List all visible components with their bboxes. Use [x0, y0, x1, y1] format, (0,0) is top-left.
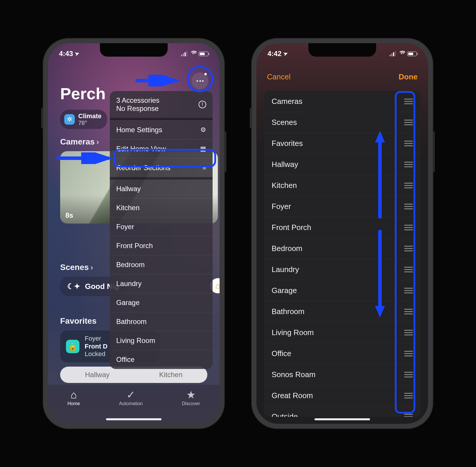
location-services-icon: ➤ [282, 50, 289, 57]
section-favorites-header[interactable]: Favorites [60, 316, 97, 326]
wifi-icon [398, 51, 405, 56]
room-chips-row[interactable]: Hallway Kitchen [60, 367, 207, 383]
menu-home-settings[interactable]: Home Settings ⚙ [110, 120, 213, 139]
notch [100, 43, 168, 57]
annotation-arrow-reorder [57, 152, 115, 164]
fan-icon: ✲ [64, 114, 75, 125]
cell-signal-icon [390, 51, 396, 56]
home-title: Perch [60, 84, 106, 103]
reorder-row-label: Bathroom [272, 307, 305, 316]
chevron-right-icon: › [96, 137, 99, 147]
location-services-icon: ➤ [74, 50, 80, 57]
annotation-circle [187, 66, 213, 92]
reorder-row-label: Foyer [272, 202, 291, 211]
svg-marker-3 [375, 131, 385, 142]
section-cameras-header[interactable]: Cameras › [60, 137, 99, 147]
phone-right: 4:42 ➤ Cancel Done CamerasScenesFavorite… [251, 38, 433, 429]
reorder-row-label: Kitchen [272, 181, 297, 190]
camera-timestamp: 8s [65, 211, 73, 219]
menu-separator [110, 177, 213, 180]
menu-room-item[interactable]: Living Room [110, 331, 213, 350]
screen-left: 4:43 ➤ Perch ✲ Climate 78° Cameras › [48, 43, 220, 424]
lock-icon: 🔒 [66, 340, 79, 353]
battery-icon [199, 51, 209, 56]
status-time: 4:42 [267, 50, 282, 58]
battery-icon [407, 51, 417, 56]
reorder-row-label: Sonos Roam [272, 370, 315, 379]
drag-handle-icon[interactable] [404, 414, 413, 417]
wifi-icon [190, 51, 196, 56]
annotation-arrow-top [135, 75, 182, 86]
reorder-row-label: Hallway [272, 160, 298, 169]
phone-left: 4:43 ➤ Perch ✲ Climate 78° Cameras › [43, 38, 225, 429]
menu-status-row[interactable]: 3 Accessories No Response ! [110, 91, 213, 120]
menu-room-item[interactable]: Kitchen [110, 198, 213, 217]
reorder-row-label: Cameras [272, 97, 302, 106]
context-menu: 3 Accessories No Response ! Home Setting… [110, 91, 213, 369]
tab-discover[interactable]: ★ Discover [182, 389, 200, 406]
reorder-row-label: Scenes [272, 118, 297, 127]
notch [308, 43, 376, 57]
fav-status: Locked [85, 350, 105, 358]
menu-room-item[interactable]: Office [110, 350, 213, 369]
menu-room-item[interactable]: Foyer [110, 217, 213, 236]
reorder-row-label: Great Room [272, 391, 313, 400]
menu-room-item[interactable]: Bedroom [110, 255, 213, 274]
section-scenes-header[interactable]: Scenes › [60, 263, 93, 272]
menu-room-item[interactable]: Bathroom [110, 312, 213, 331]
reorder-row-label: Living Room [272, 328, 314, 337]
room-chip[interactable]: Kitchen [159, 371, 183, 379]
status-time: 4:43 [59, 50, 73, 58]
done-button[interactable]: Done [399, 72, 418, 81]
reorder-row-label: Outside [272, 412, 298, 417]
climate-chip[interactable]: ✲ Climate 78° [60, 110, 107, 129]
home-indicator[interactable] [315, 418, 370, 420]
menu-room-item[interactable]: Hallway [110, 180, 213, 198]
status-time-group: 4:43 ➤ [59, 50, 79, 58]
annotation-highlight-reorder [113, 149, 216, 168]
home-indicator[interactable] [106, 418, 161, 420]
reorder-row-label: Garage [272, 286, 297, 295]
room-chip[interactable]: Hallway [85, 371, 110, 379]
reorder-row-label: Favorites [272, 139, 303, 148]
fav-name: Front D [85, 343, 107, 350]
reorder-nav: Cancel Done [256, 72, 428, 81]
annotation-arrow-updown [373, 131, 387, 318]
cancel-button[interactable]: Cancel [267, 72, 291, 81]
chip-label: Climate [78, 112, 101, 120]
tab-home[interactable]: ⌂ Home [67, 389, 80, 406]
menu-room-item[interactable]: Garage [110, 293, 213, 312]
annotation-highlight-drag-handles [395, 91, 415, 414]
tab-automation[interactable]: ✓ Automation [119, 389, 143, 406]
reorder-row-label: Front Porch [272, 223, 311, 232]
star-icon: ★ [182, 389, 200, 401]
screen-right: 4:42 ➤ Cancel Done CamerasScenesFavorite… [256, 43, 428, 424]
clock-icon: ✓ [119, 389, 143, 401]
gear-icon: ⚙ [200, 126, 206, 134]
menu-room-item[interactable]: Laundry [110, 274, 213, 293]
svg-marker-5 [375, 306, 385, 318]
moon-icon: ☾✦ [67, 282, 80, 291]
reorder-row-label: Office [272, 349, 291, 358]
house-icon: ⌂ [67, 389, 80, 401]
tab-bar: ⌂ Home ✓ Automation ★ Discover [48, 385, 220, 424]
reorder-row-label: Laundry [272, 265, 299, 274]
cell-signal-icon [181, 51, 187, 56]
warning-icon: ! [199, 101, 206, 108]
chevron-right-icon: › [91, 263, 93, 272]
fav-room: Foyer [85, 335, 101, 342]
reorder-row-label: Bedroom [272, 244, 303, 253]
menu-room-item[interactable]: Front Porch [110, 236, 213, 255]
chip-value: 78° [78, 120, 101, 126]
